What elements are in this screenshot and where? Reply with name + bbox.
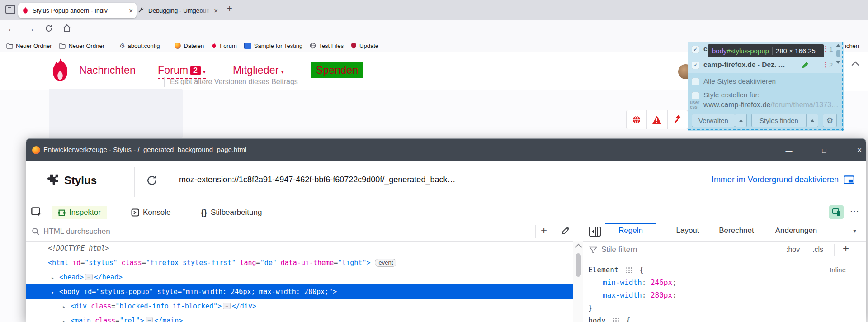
chevron-up-icon[interactable] — [852, 62, 859, 69]
minimize-button[interactable]: — — [782, 144, 796, 156]
create-style-row[interactable]: Style erstellen für: usercss www.camp-fi… — [688, 90, 844, 112]
disable-all-row[interactable]: Alle Styles deaktivieren — [688, 73, 844, 90]
scroll-up-icon[interactable] — [836, 44, 840, 47]
devtools-titlebar[interactable]: Entwicklerwerkzeuge - Stylus - /_generat… — [26, 139, 866, 161]
rule-line[interactable]: } — [588, 302, 859, 314]
class-toggle[interactable]: .cls — [812, 246, 823, 254]
add-node-button[interactable]: + — [541, 224, 547, 237]
style-menu-icon[interactable]: ⋮ — [822, 61, 829, 69]
new-tab-button[interactable]: + — [227, 4, 232, 14]
back-icon[interactable]: ← — [7, 24, 16, 34]
pseudo-class-toggle[interactable]: :hov — [786, 246, 800, 254]
bookmark-item[interactable]: Update — [351, 43, 378, 49]
tab-layout[interactable]: Layout — [669, 226, 707, 235]
report-globe-button[interactable] — [627, 110, 647, 129]
markup-row[interactable]: <html id="stylus" class="firefox styles-… — [26, 256, 573, 270]
find-styles-button[interactable]: Styles finden — [751, 114, 807, 127]
eyedropper-icon[interactable] — [561, 227, 571, 237]
reload-target-icon[interactable] — [146, 174, 158, 187]
tab-style-editor[interactable]: {} Stilbearbeitung — [201, 206, 262, 219]
bookmark-item[interactable]: ⚙about:config — [119, 42, 160, 49]
tab-changes[interactable]: Änderungen — [766, 226, 826, 235]
moderate-button[interactable] — [668, 110, 688, 129]
tab-inspector[interactable]: Inspektor — [52, 206, 107, 219]
active-tab-indicator — [605, 223, 656, 224]
bookmark-item[interactable]: Test Files — [310, 43, 344, 49]
responsive-mode-button[interactable] — [829, 205, 844, 219]
warning-button[interactable] — [647, 110, 667, 129]
markup-row[interactable]: ▸<main class="rel">⋯</main> — [26, 313, 573, 322]
panel-divider[interactable] — [583, 223, 583, 322]
sidebar-toggle-icon[interactable] — [589, 227, 601, 237]
expander-icon[interactable]: ▸ — [62, 300, 71, 314]
rules-view[interactable]: Element {Inlinemin-width: 246px;max-widt… — [588, 264, 859, 322]
usercss-checkbox[interactable] — [692, 92, 699, 99]
reload-icon[interactable] — [44, 24, 53, 33]
markup-tree[interactable]: <!DOCTYPE html><html id="stylus" class="… — [26, 241, 573, 322]
tab-rules[interactable]: Regeln — [605, 226, 656, 235]
expander-icon[interactable]: ▾ — [51, 285, 59, 300]
firefox-view-icon[interactable] — [5, 5, 15, 14]
bookmark-item-clipped[interactable]: ichen — [845, 43, 859, 49]
style-name[interactable]: camp-firefox.de - Dez. … — [703, 61, 785, 69]
keep-foreground-link[interactable]: Immer im Vordergrund deaktivieren — [712, 175, 839, 185]
bookmark-item[interactable]: Dateien — [175, 43, 204, 49]
bookmark-item[interactable]: Neuer Ordner — [6, 43, 52, 49]
sidebar-tabs-overflow-icon[interactable]: ▾ — [853, 227, 856, 234]
tab-stylus-popup[interactable]: Stylus Popup ändern - Indiv × — [18, 3, 137, 18]
markup-row[interactable]: ▸<div class="blocked-info if-blocked">⋯<… — [26, 299, 573, 313]
bookmark-item[interactable]: Neuer Ordner — [59, 43, 104, 49]
style-order-number: 1 — [829, 45, 833, 53]
popup-settings-button[interactable]: ⚙ — [823, 114, 837, 127]
maximize-button[interactable]: □ — [817, 144, 831, 156]
html-search-input[interactable]: HTML durchsuchen — [43, 227, 110, 236]
filter-styles-input[interactable]: Stile filtern — [601, 245, 637, 254]
tab-console[interactable]: Konsole — [131, 206, 170, 219]
scrollbar-thumb[interactable] — [576, 253, 581, 277]
nav-item-spenden[interactable]: Spenden — [311, 62, 363, 78]
markup-scrollbar[interactable] — [573, 241, 583, 322]
forward-icon[interactable]: → — [26, 24, 35, 34]
scrollbar-thumb[interactable] — [836, 50, 840, 57]
expander-icon[interactable]: ▸ — [51, 271, 59, 285]
bookmark-item[interactable]: Sample for Testing — [244, 43, 302, 49]
markup-row[interactable]: ▾<body id="stylus-popup" style="min-widt… — [26, 284, 573, 299]
node-infobar: body#stylus-popup 280 × 166.25 — [708, 44, 824, 57]
wrench-icon — [137, 7, 145, 14]
nav-item-nachrichten[interactable]: Nachrichten — [79, 64, 136, 76]
home-icon[interactable] — [62, 24, 71, 33]
rule-line[interactable]: body { — [588, 314, 859, 322]
expander-icon[interactable]: ▸ — [62, 314, 71, 322]
popup-scrollbar[interactable] — [835, 44, 840, 64]
style-row[interactable]: ✓ camp-firefox.de - Dez. … ⋮ 2 — [688, 57, 844, 73]
rule-line[interactable]: max-width: 280px; — [588, 289, 859, 302]
campfirefox-logo[interactable] — [50, 58, 71, 84]
tab-close-icon[interactable]: × — [214, 7, 218, 14]
style-enabled-checkbox[interactable]: ✓ — [692, 62, 699, 69]
scroll-down-icon[interactable] — [836, 61, 840, 64]
filter-funnel-icon — [589, 246, 597, 254]
nav-item-mitglieder[interactable]: Mitglieder ▾ — [233, 64, 284, 76]
markup-row[interactable]: ▸<head>⋯</head> — [26, 270, 573, 284]
tab-computed[interactable]: Berechnet — [711, 226, 762, 235]
markup-row[interactable]: <!DOCTYPE html> — [26, 241, 573, 256]
tab-debugging[interactable]: Debugging - Umgebung / t × — [134, 3, 222, 18]
toolbox-overflow-menu[interactable]: ⋯ — [850, 206, 859, 217]
style-enabled-checkbox[interactable]: ✓ — [692, 46, 699, 53]
edit-pencil-icon[interactable] — [801, 61, 809, 69]
rule-line[interactable]: min-width: 246px; — [588, 276, 859, 289]
target-url[interactable]: www.camp-firefox.de/forum/thema/1373… — [703, 101, 839, 109]
disable-all-checkbox[interactable] — [692, 78, 699, 85]
pick-element-icon[interactable] — [31, 206, 43, 219]
find-styles-dropdown-button[interactable] — [806, 114, 818, 127]
rule-line[interactable]: Element {Inline — [588, 264, 859, 276]
tab-close-icon[interactable]: × — [129, 7, 133, 14]
pip-icon[interactable] — [843, 174, 855, 186]
add-rule-button[interactable]: + — [843, 242, 849, 255]
scroll-up-icon[interactable] — [575, 244, 582, 251]
flame-icon — [211, 43, 217, 49]
manage-dropdown-button[interactable] — [735, 114, 747, 127]
manage-button[interactable]: Verwalten — [692, 114, 735, 127]
close-button[interactable]: × — [853, 144, 866, 156]
bookmark-item[interactable]: Forum — [211, 43, 237, 49]
